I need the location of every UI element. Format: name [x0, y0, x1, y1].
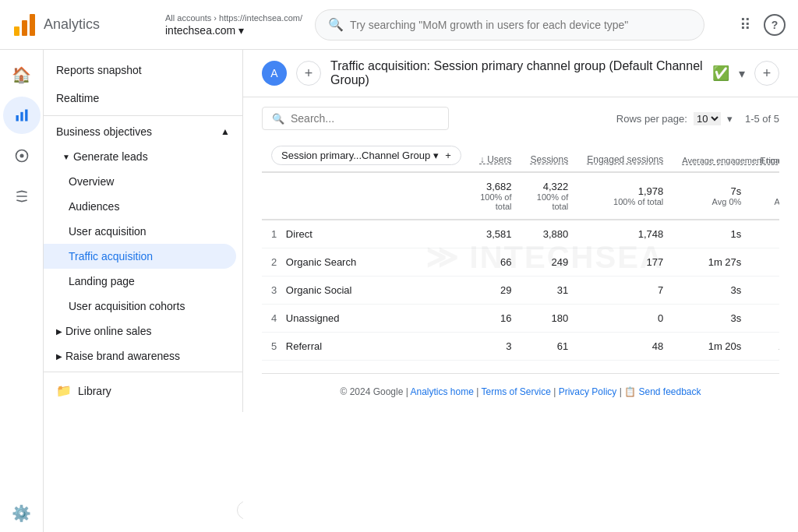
svg-rect-2: [30, 14, 35, 36]
table-header-row: Session primary...Channel Group ▾ + ↓ Us…: [262, 139, 779, 172]
sidebar-item-user-acquisition-cohorts[interactable]: User acquisition cohorts: [44, 294, 242, 319]
sidebar-item-traffic-acquisition[interactable]: Traffic acquisition: [44, 244, 236, 269]
user-acquisition-cohorts-label: User acquisition cohorts: [69, 300, 185, 312]
privacy-link[interactable]: Privacy Policy: [559, 386, 617, 397]
channel-name-0: Direct: [286, 228, 312, 240]
cell-avg-engagement-3: 3s: [673, 305, 750, 333]
cell-engaged-per-user-4: 16.00: [750, 333, 779, 361]
reports-snapshot-label: Reports snapshot: [56, 64, 142, 76]
filter-chip-add-icon[interactable]: +: [445, 150, 451, 161]
svg-rect-5: [25, 110, 27, 122]
drive-online-sales-label: Drive online sales: [65, 325, 152, 337]
channel-filter-label: Session primary...Channel Group: [281, 150, 430, 161]
cell-channel-2: 3 Organic Social: [262, 277, 471, 305]
page-header: A + Traffic acquisition: Session primary…: [243, 50, 798, 97]
audiences-label: Audiences: [69, 200, 119, 213]
svg-rect-1: [22, 20, 27, 36]
top-header: Analytics All accounts › https://intechs…: [0, 0, 798, 50]
chevron-right-icon-2: ▶: [56, 352, 62, 361]
totals-sessions-cell: 4,322 100% of total: [521, 172, 578, 220]
svg-rect-3: [16, 115, 18, 122]
totals-avg-engagement-cell: 7s Avg 0%: [673, 172, 750, 220]
sidebar-divider-1: [44, 115, 242, 116]
cell-avg-engagement-4: 1m 20s: [673, 333, 750, 361]
cell-channel-3: 4 Unassigned: [262, 305, 471, 333]
sidebar-item-user-acquisition[interactable]: User acquisition: [44, 219, 242, 244]
global-search-bar[interactable]: 🔍: [315, 9, 704, 41]
sidebar-item-realtime[interactable]: Realtime: [44, 84, 242, 112]
nav-settings-button[interactable]: ⚙️: [3, 495, 41, 532]
global-search-input[interactable]: [350, 19, 691, 31]
main-layout: 🏠 ⚙️ Reports snapshot Realtime Business …: [0, 50, 798, 532]
nav-advertising-button[interactable]: [3, 178, 41, 215]
row-number-1: 2: [271, 256, 277, 268]
sidebar-item-overview[interactable]: Overview: [44, 169, 242, 194]
cell-users-4: 3: [471, 333, 521, 361]
cell-channel-4: 5 Referral: [262, 333, 471, 361]
col-header-sessions[interactable]: Sessions: [521, 139, 578, 172]
apps-icon[interactable]: ⠿: [740, 16, 751, 34]
table-search[interactable]: 🔍: [262, 107, 449, 130]
channel-filter-chip[interactable]: Session primary...Channel Group ▾ +: [271, 146, 461, 165]
data-table-container: ≫ INTECHSEA Session primary...Channel Gr…: [262, 139, 779, 361]
sidebar-item-reports-snapshot[interactable]: Reports snapshot: [44, 56, 242, 84]
sidebar-raise-brand-awareness-header[interactable]: ▶ Raise brand awareness: [44, 344, 242, 368]
nav-home-button[interactable]: 🏠: [3, 56, 41, 93]
feedback-link[interactable]: Send feedback: [638, 386, 701, 397]
sidebar-generate-leads-header[interactable]: ▼ Generate leads: [44, 144, 242, 169]
table-totals-row: 3,682 100% of total 4,322 100% of total …: [262, 172, 779, 220]
page-options-icon[interactable]: ▾: [739, 66, 745, 81]
totals-engaged-per-user-cell: 0.54 Avg 0%: [750, 172, 779, 220]
col-header-channel[interactable]: Session primary...Channel Group ▾ +: [262, 139, 471, 172]
data-table: Session primary...Channel Group ▾ + ↓ Us…: [262, 139, 779, 361]
cell-sessions-2: 31: [521, 277, 578, 305]
table-area: 🔍 Rows per page: 10 25 50 ▾ 1-5 of 5: [243, 97, 798, 410]
search-icon: 🔍: [328, 17, 344, 32]
cell-sessions-3: 180: [521, 305, 578, 333]
sidebar-business-objectives-header[interactable]: Business objectives ▲: [44, 119, 242, 144]
business-objectives-label: Business objectives: [56, 125, 152, 138]
sidebar-drive-online-sales-header[interactable]: ▶ Drive online sales: [44, 319, 242, 344]
cell-sessions-4: 61: [521, 333, 578, 361]
cell-engaged-sessions-4: 48: [577, 333, 673, 361]
cell-users-2: 29: [471, 277, 521, 305]
cell-engaged-per-user-3: 0.00: [750, 305, 779, 333]
table-toolbar: 🔍 Rows per page: 10 25 50 ▾ 1-5 of 5: [262, 97, 779, 139]
traffic-acquisition-label: Traffic acquisition: [69, 250, 153, 262]
filter-chip-dropdown-icon: ▾: [433, 150, 439, 161]
totals-engaged-sessions-cell: 1,978 100% of total: [577, 172, 673, 220]
row-number-3: 4: [271, 312, 277, 324]
channel-name-1: Organic Search: [286, 256, 356, 268]
chevron-down-icon: ▼: [62, 153, 70, 161]
col-header-engaged-sessions[interactable]: Engaged sessions: [577, 139, 673, 172]
nav-explore-button[interactable]: [3, 137, 41, 174]
cell-engaged-sessions-0: 1,748: [577, 220, 673, 248]
account-selector[interactable]: All accounts › https://intechsea.com/ in…: [165, 13, 302, 37]
terms-link[interactable]: Terms of Service: [481, 386, 550, 397]
col-header-avg-engagement[interactable]: Average engagement time per session: [673, 139, 750, 172]
account-name[interactable]: intechsea.com ▾: [165, 24, 302, 37]
analytics-home-link[interactable]: Analytics home: [411, 386, 474, 397]
add-page-button[interactable]: +: [754, 61, 779, 86]
cell-engaged-sessions-2: 7: [577, 277, 673, 305]
totals-users-cell: 3,682 100% of total: [471, 172, 521, 220]
table-search-input[interactable]: [291, 112, 439, 125]
rows-per-page-select[interactable]: 10 25 50: [694, 112, 721, 125]
copyright-text: © 2024 Google: [340, 386, 403, 397]
cell-engaged-per-user-2: 0.24: [750, 277, 779, 305]
col-header-users[interactable]: ↓ Users: [471, 139, 521, 172]
help-icon[interactable]: ?: [764, 14, 786, 36]
cell-users-3: 16: [471, 305, 521, 333]
breadcrumb: All accounts › https://intechsea.com/: [165, 13, 302, 23]
sidebar-item-audiences[interactable]: Audiences: [44, 194, 242, 219]
row-number-2: 3: [271, 284, 277, 296]
nav-reports-button[interactable]: [3, 97, 41, 134]
table-pagination-controls: Rows per page: 10 25 50 ▾ 1-5 of 5: [616, 112, 779, 125]
channel-name-4: Referral: [286, 340, 322, 352]
cell-sessions-0: 3,880: [521, 220, 578, 248]
table-row: 4 Unassigned 16 180 0 3s 0.00: [262, 305, 779, 333]
sidebar-item-library[interactable]: 📁 Library: [44, 375, 242, 406]
realtime-label: Realtime: [56, 92, 99, 104]
sidebar-item-landing-page[interactable]: Landing page: [44, 269, 242, 294]
add-tab-button[interactable]: +: [296, 61, 321, 86]
